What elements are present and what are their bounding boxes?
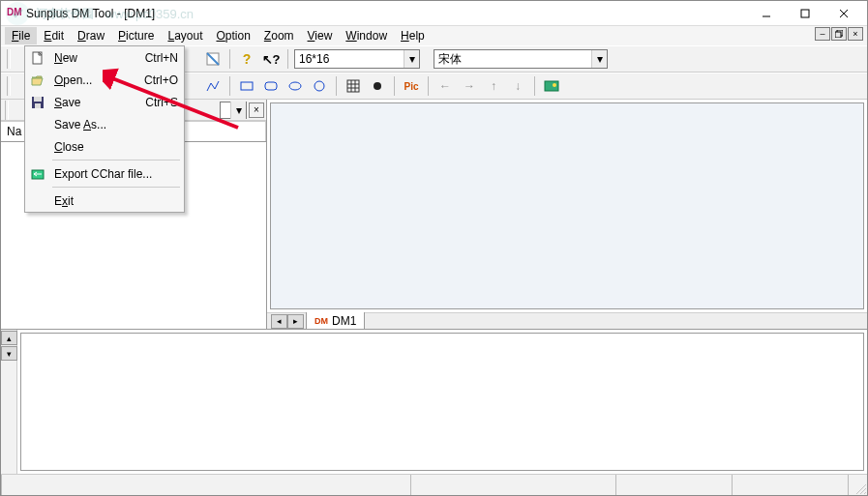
color-button[interactable] xyxy=(202,48,224,70)
dm-icon: DM xyxy=(314,316,328,326)
dot-tool[interactable] xyxy=(367,75,388,97)
svg-rect-19 xyxy=(545,81,558,91)
svg-rect-10 xyxy=(35,103,41,108)
minimize-button[interactable] xyxy=(747,2,786,25)
arrow-left-button[interactable]: ← xyxy=(434,75,456,97)
menu-layout[interactable]: Layout xyxy=(161,27,209,44)
file-menu-label: Open... xyxy=(48,73,144,87)
file-menu-save-as[interactable]: Save As... xyxy=(25,113,184,135)
toolbar-grip[interactable] xyxy=(7,49,11,69)
save-icon xyxy=(27,94,48,111)
arrow-right-button[interactable]: → xyxy=(459,75,480,97)
chevron-down-icon[interactable]: ▾ xyxy=(404,50,419,68)
rect-tool[interactable] xyxy=(236,75,257,97)
canvas[interactable] xyxy=(270,102,864,309)
pic-button[interactable]: Pic xyxy=(401,75,422,97)
open-icon xyxy=(27,72,48,89)
menu-window[interactable]: Window xyxy=(339,27,394,44)
file-menu-save[interactable]: Save Ctrl+S xyxy=(25,91,184,113)
svg-point-15 xyxy=(289,82,301,90)
toolbar-grip[interactable] xyxy=(5,101,9,120)
statusbar xyxy=(1,474,867,495)
output-panel: ▴ ▾ xyxy=(1,329,867,474)
svg-rect-14 xyxy=(265,82,277,90)
file-menu-label: Export CChar file... xyxy=(48,167,178,181)
polyline-tool[interactable] xyxy=(202,75,224,97)
palette-button[interactable] xyxy=(541,75,562,97)
arrow-down-button[interactable]: ↓ xyxy=(507,75,528,97)
help-button[interactable]: ? xyxy=(236,48,257,70)
doc-tab-bar: ◂ ▸ DM DM1 xyxy=(267,312,867,329)
menu-separator xyxy=(52,160,180,160)
doc-tab[interactable]: DM DM1 xyxy=(306,312,365,330)
file-menu-open[interactable]: Open... Ctrl+O xyxy=(25,69,184,91)
svg-rect-13 xyxy=(241,82,253,90)
svg-point-20 xyxy=(553,83,556,87)
output-scroll-up[interactable]: ▴ xyxy=(1,331,17,345)
menu-help[interactable]: Help xyxy=(394,27,432,44)
close-button[interactable] xyxy=(824,2,863,25)
output-scroll-down[interactable]: ▾ xyxy=(1,346,17,361)
context-help-button[interactable]: ↖? xyxy=(260,48,282,70)
menu-separator xyxy=(52,187,180,188)
svg-point-16 xyxy=(314,81,324,91)
ellipse-tool[interactable] xyxy=(284,75,306,97)
file-menu-dropdown: New Ctrl+N Open... Ctrl+O Save Ctrl+S Sa… xyxy=(24,45,185,213)
toolbar-grip[interactable] xyxy=(7,76,11,96)
grid-tool[interactable] xyxy=(343,75,364,97)
menu-file[interactable]: File xyxy=(5,27,37,44)
file-menu-label: New xyxy=(48,51,145,65)
file-menu-export[interactable]: Export CChar file... xyxy=(25,162,184,185)
svg-rect-17 xyxy=(347,80,359,92)
mdi-minimize[interactable]: – xyxy=(815,27,830,41)
export-icon xyxy=(27,165,48,183)
tab-scroll-left[interactable]: ◂ xyxy=(271,314,287,329)
file-menu-label: Save xyxy=(48,96,145,109)
menu-zoom[interactable]: Zoom xyxy=(257,27,301,44)
resize-grip[interactable] xyxy=(848,475,867,495)
circle-tool[interactable] xyxy=(309,75,330,97)
menu-draw[interactable]: Draw xyxy=(71,27,111,44)
file-menu-label: Close xyxy=(48,140,178,154)
titlebar: DM Sunplus DM Tool - [DM1] xyxy=(1,1,867,26)
mdi-system-buttons: – × xyxy=(815,27,863,41)
menu-view[interactable]: View xyxy=(301,27,340,44)
chevron-down-icon[interactable]: ▾ xyxy=(591,50,607,68)
menu-picture[interactable]: Picture xyxy=(111,27,161,44)
size-combo[interactable]: 16*16 ▾ xyxy=(294,49,420,69)
mdi-restore[interactable] xyxy=(831,27,847,41)
svg-rect-6 xyxy=(835,32,841,38)
left-mini-combo[interactable]: ▾ xyxy=(220,102,247,119)
new-icon xyxy=(27,49,48,67)
font-combo[interactable]: 宋体 ▾ xyxy=(434,49,608,69)
roundrect-tool[interactable] xyxy=(260,75,282,97)
right-panel: ◂ ▸ DM DM1 xyxy=(267,100,867,329)
file-menu-close[interactable]: Close xyxy=(25,135,184,158)
menubar: File Edit Draw Picture Layout Option Zoo… xyxy=(1,26,867,45)
app-icon: DM xyxy=(7,7,20,20)
menu-option[interactable]: Option xyxy=(209,27,256,44)
mdi-close[interactable]: × xyxy=(848,27,863,41)
window-title: Sunplus DM Tool - [DM1] xyxy=(26,7,747,20)
file-menu-label: Save As... xyxy=(48,118,178,131)
left-close-button[interactable]: × xyxy=(249,102,264,118)
maximize-button[interactable] xyxy=(786,2,824,25)
file-menu-label: Exit xyxy=(48,194,178,208)
menu-edit[interactable]: Edit xyxy=(37,27,71,44)
svg-rect-9 xyxy=(34,97,42,102)
svg-point-18 xyxy=(374,82,381,90)
file-menu-new[interactable]: New Ctrl+N xyxy=(25,46,184,69)
file-menu-exit[interactable]: Exit xyxy=(25,190,184,212)
output-area[interactable] xyxy=(20,333,864,471)
tab-scroll-right[interactable]: ▸ xyxy=(287,314,304,329)
svg-rect-2 xyxy=(801,10,809,17)
arrow-up-button[interactable]: ↑ xyxy=(483,75,504,97)
